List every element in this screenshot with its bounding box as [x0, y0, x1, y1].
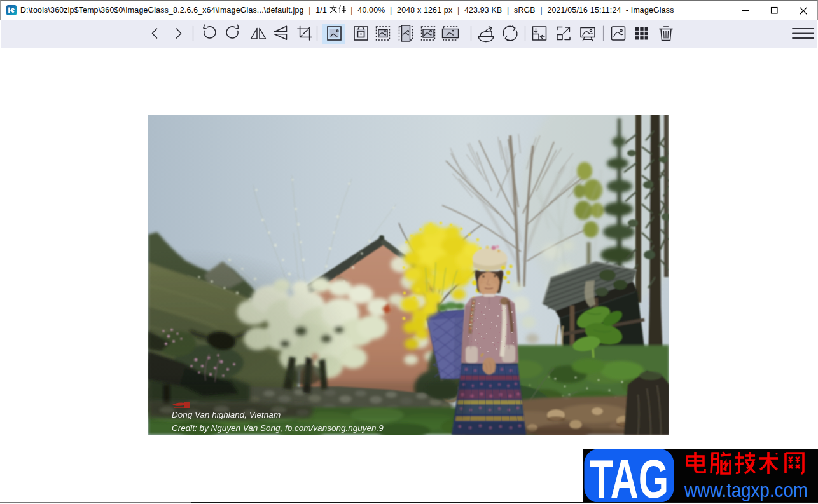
svg-text:TAG: TAG — [590, 449, 669, 503]
svg-text:Dong Van highland, Vietnam: Dong Van highland, Vietnam — [172, 410, 281, 419]
svg-text:www.tagxp.com: www.tagxp.com — [684, 479, 808, 501]
svg-text:Credit: by Nguyen Van Song, fb: Credit: by Nguyen Van Song, fb.com/vanso… — [172, 423, 384, 433]
